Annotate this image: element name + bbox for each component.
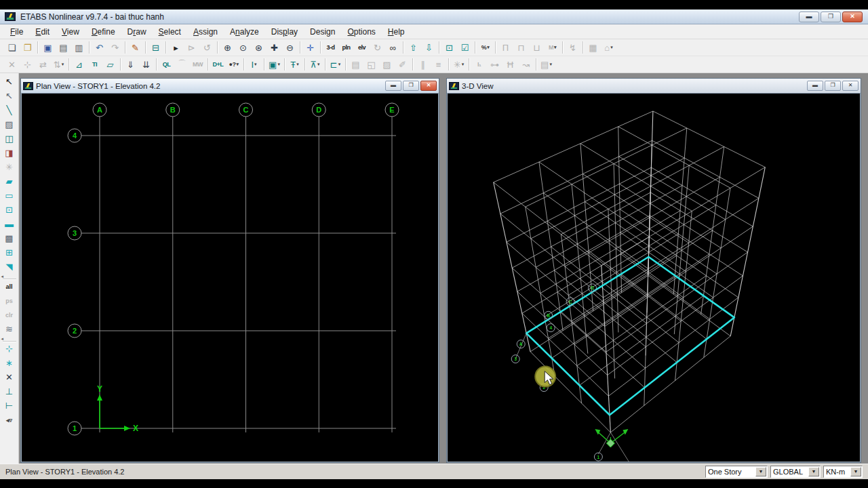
quick-draw-icon[interactable]: ↯ [565,41,580,55]
frame-span-icon[interactable]: Π [498,41,513,55]
snap-to-points-icon[interactable]: ⊹ [1,342,18,356]
menu-file[interactable]: File [4,25,29,39]
frame-brace-icon[interactable]: M▾ [545,41,560,55]
draw-horizontal-area-icon[interactable]: ▬ [1,217,18,231]
open-file-icon[interactable]: ❐ [20,41,35,55]
menu-draw[interactable]: Draw [121,25,153,39]
dropdown-caret-icon[interactable]: ▾ [254,62,257,67]
snap-to-intersections-icon[interactable]: ✕ [1,370,18,384]
assign-steel-section-icon[interactable]: ⊏▾ [328,58,343,72]
show-forces-icon[interactable]: ▨ [379,58,395,72]
clear-selection-icon[interactable]: clr [1,308,18,322]
undo-icon[interactable]: ↶ [92,41,107,55]
redo-icon[interactable]: ↷ [107,41,123,55]
new-model-icon[interactable]: ❏ [4,41,20,55]
assign-diaphragm-icon[interactable]: ⊼▾ [307,58,323,72]
reshape-object-icon[interactable]: ↖ [1,89,18,103]
section-designer-icon[interactable]: I₁ [471,58,487,72]
dropdown-caret-icon[interactable]: ▾ [487,45,489,50]
rubberband-zoom-icon[interactable]: ⊕ [220,41,235,55]
select-pointer-icon[interactable]: ↖ [1,75,18,89]
dropdown-caret-icon[interactable]: ▾ [317,62,320,67]
view-plan-icon[interactable]: pln [338,41,354,55]
plan-canvas[interactable]: ABCDE4321YX [22,94,438,462]
previous-zoom-icon[interactable]: ⊛ [251,41,267,55]
load-combinations-icon[interactable]: D+L [210,58,226,72]
print-preview-icon[interactable]: ▥ [71,41,87,55]
parallel-views-icon[interactable]: ∥ [415,58,431,72]
view-options-icon[interactable]: ☑ [457,41,473,55]
menu-select[interactable]: Select [153,25,187,39]
draw-area-at-click-icon[interactable]: ⊡ [1,203,18,217]
coordinate-system-selector[interactable]: GLOBAL ▼ [770,466,821,478]
show-energy-icon[interactable]: ✐ [395,58,410,72]
shrink-objects-icon[interactable]: ⊡ [441,41,457,55]
zoom-out-icon[interactable]: ⊖ [282,41,298,55]
plan-view-titlebar[interactable]: Plan View - STORY1 - Elevation 4.2 ▬ ❐ ✕ [21,79,439,94]
app-titlebar[interactable]: ETABS Nonlinear v9.7.4 - bai thuc hanh ▬… [0,9,868,24]
move-down-story-icon[interactable]: ⇩ [421,41,437,55]
replicate-icon[interactable]: ⊹ [20,58,35,72]
save-model-icon[interactable]: ▣ [40,41,56,55]
draw-line-icon[interactable]: ╲ [1,103,18,117]
quick-draw-beam-icon[interactable]: ◫ [1,131,18,146]
draw-area-region-icon[interactable]: ▩ [1,231,18,245]
quick-draw-brace-icon[interactable]: ✳ [1,160,18,174]
run-analysis-icon[interactable]: ▸ [168,41,184,55]
menu-display[interactable]: Display [265,25,304,39]
highlighted-story-outline[interactable] [526,257,734,415]
snap-to-midpoints-icon[interactable]: ∗ [1,356,18,370]
define-mass-source-icon[interactable]: TI [87,58,102,72]
assign-shell-section-icon[interactable]: ▣▾ [267,58,282,72]
view3d-titlebar[interactable]: 3-D View ▬ ❐ ✕ [447,79,861,94]
draw-area-icon[interactable]: ▰ [1,174,18,188]
menu-options[interactable]: Options [341,25,381,39]
minimize-button[interactable]: ▬ [799,12,819,22]
story-selector[interactable]: One Story ▼ [705,466,768,478]
define-static-load-icon[interactable]: ⊿ [71,58,87,72]
show-deformed-icon[interactable]: ◱ [363,58,379,72]
invert-selection-icon[interactable]: ≋ [1,322,18,336]
close-button[interactable]: ✕ [842,12,863,22]
menu-view[interactable]: View [56,25,85,39]
group-assign-icon[interactable]: ✳▾ [451,58,467,72]
quick-draw-wall-stack-icon[interactable]: ⊞ [1,245,18,260]
show-undeformed-icon[interactable]: ▤ [348,58,363,72]
dropdown-caret-icon[interactable]: ▾ [277,62,280,67]
dropdown-caret-icon[interactable]: ▾ [236,62,238,67]
zoom-in-icon[interactable]: ✚ [267,41,282,55]
quick-draw-secondary-beam-icon[interactable]: ◨ [1,146,18,160]
draw-line-region-icon[interactable]: ▨ [1,117,18,131]
menu-define[interactable]: Define [85,25,121,39]
snap-to-edges-icon[interactable]: ⊢ [1,399,18,413]
view-3d-icon[interactable]: 3-d [323,41,338,55]
draw-rectangular-area-icon[interactable]: ▭ [1,188,18,203]
extrude-icon[interactable]: ⇅▾ [51,58,66,72]
object-present-icon[interactable]: %▾ [477,41,493,55]
run-static-icon[interactable]: ⊳ [184,41,199,55]
assign-frame-load-icon[interactable]: ⇊ [138,58,154,72]
dropdown-caret-icon[interactable]: ▾ [462,62,465,67]
steel-frame-design-icon[interactable]: Ħ [502,58,518,72]
link-properties-icon[interactable]: ⊶ [487,58,502,72]
wall-openings-icon[interactable]: ⌂▾ [601,41,616,55]
view-elevation-icon[interactable]: elv [354,41,370,55]
edit-icon[interactable]: ✎ [127,41,143,55]
delete-icon[interactable]: ✕ [4,58,20,72]
stacked-views-icon[interactable]: ≡ [431,58,446,72]
dropdown-caret-icon[interactable]: ▾ [554,45,556,50]
chevron-down-icon[interactable]: ▼ [850,467,861,476]
assign-frame-section-icon[interactable]: I▾ [246,58,262,72]
pan-icon[interactable]: ✛ [302,41,318,55]
dropdown-caret-icon[interactable]: ▾ [62,62,64,67]
arch-form-icon[interactable]: ⌒ [174,58,190,72]
perspective-toggle-icon[interactable]: ∞ [385,41,401,55]
dropdown-caret-icon[interactable]: ▾ [338,62,341,67]
draw-wall-icon[interactable]: ◥ [1,260,18,274]
menu-analyze[interactable]: Analyze [224,25,265,39]
chevron-down-icon[interactable]: ▼ [755,467,766,476]
toolbar-overflow-icon[interactable]: ◂▿ [1,413,18,427]
static-load-cases-icon[interactable]: QL [159,58,174,72]
plan-close-button[interactable]: ✕ [420,81,437,91]
assign-point-load-icon[interactable]: ⇓ [123,58,138,72]
